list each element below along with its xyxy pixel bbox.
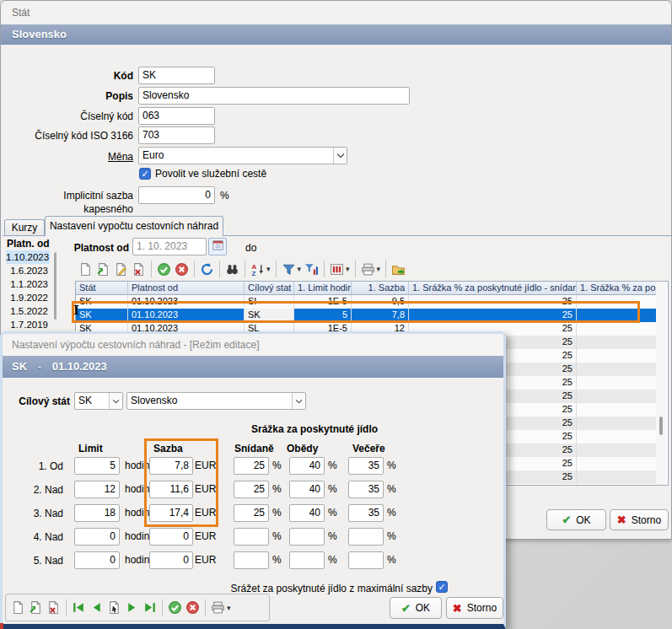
dropdown-arrow-icon[interactable]: ▾	[377, 265, 381, 273]
tab-kurzy[interactable]: Kurzy	[4, 219, 45, 236]
print-button[interactable]: ▾	[359, 260, 383, 278]
calendar-icon	[212, 239, 224, 255]
copy-document-button[interactable]	[27, 599, 45, 617]
limit-input[interactable]: 0	[74, 528, 120, 546]
table-scrollbar-thumb[interactable]	[659, 417, 663, 435]
dropdown-arrow-icon[interactable]: ▾	[266, 265, 271, 273]
window-titlebar: Stát	[1, 1, 671, 24]
obedy-input[interactable]	[289, 551, 325, 569]
srazet-checkbox[interactable]: ✓	[436, 581, 448, 593]
nav-first-button[interactable]	[70, 599, 88, 617]
dialog-storno-label: Storno	[467, 602, 497, 614]
export-folder-button[interactable]	[390, 260, 407, 278]
limit-input[interactable]: 12	[74, 481, 120, 498]
date-list-item[interactable]: 1.6.2023	[6, 264, 50, 277]
chevron-down-icon[interactable]	[333, 148, 347, 164]
popis-input[interactable]: Slovensko	[138, 87, 410, 105]
new-document-button[interactable]	[9, 599, 27, 617]
snidane-input[interactable]	[234, 528, 269, 546]
mena-combobox[interactable]: Euro	[138, 147, 347, 164]
refresh-button[interactable]	[198, 260, 216, 278]
sazba-input[interactable]: 0	[149, 528, 193, 546]
nav-prev-button[interactable]	[88, 599, 105, 617]
annotation-selected-row	[72, 301, 640, 323]
table-header-row[interactable]: StátPlatnost odCílový stat1. Limit hodin…	[76, 282, 668, 295]
snidane-input[interactable]	[234, 551, 269, 569]
main-ok-button[interactable]: ✔OK	[546, 509, 606, 530]
search-binoculars-button[interactable]	[223, 260, 241, 278]
dialog-ok-button[interactable]: ✔OK	[390, 597, 442, 619]
chevron-down-icon[interactable]	[292, 393, 305, 409]
nav-last-button[interactable]	[141, 599, 159, 617]
obedy-input[interactable]	[289, 528, 325, 546]
iso-kod-input[interactable]: 703	[138, 126, 215, 144]
chevron-down-icon[interactable]	[109, 393, 122, 409]
new-document-button[interactable]	[77, 260, 94, 278]
limit-input[interactable]: 5	[74, 457, 120, 475]
import-document-icon	[96, 262, 110, 277]
date-list-item[interactable]: 1.1.2023	[6, 277, 50, 291]
accept-button[interactable]	[155, 260, 173, 278]
dialog-toolbar: ▾	[9, 598, 233, 618]
columns-button[interactable]: ▾	[328, 260, 352, 278]
dropdown-arrow-icon[interactable]: ▾	[227, 604, 231, 612]
ciselny-kod-input[interactable]: 063	[138, 107, 215, 125]
refresh-icon	[200, 262, 214, 277]
browse-list-button[interactable]	[105, 599, 123, 617]
cancel-button[interactable]	[184, 599, 202, 617]
cilovy-stat-name-combobox[interactable]: Slovensko	[126, 392, 306, 410]
main-storno-button[interactable]: ✖Storno	[610, 509, 669, 530]
vecere-column-header: Večeře	[352, 443, 385, 455]
vecere-input[interactable]: 35	[348, 457, 384, 475]
limit-input[interactable]: 18	[74, 504, 120, 522]
nav-next-button[interactable]	[123, 599, 141, 617]
date-list-item[interactable]: 1.7.2019	[6, 318, 50, 331]
cilovy-stat-code-combobox[interactable]: SK	[74, 392, 123, 410]
print-button[interactable]: ▾	[209, 599, 233, 617]
dropdown-arrow-icon[interactable]: ▾	[298, 265, 302, 273]
date-list-item[interactable]: 1.9.2022	[6, 291, 50, 304]
calendar-button[interactable]	[208, 238, 227, 255]
vecere-input[interactable]: 35	[348, 481, 384, 498]
delete-document-button[interactable]	[130, 260, 148, 278]
dialog-storno-button[interactable]: ✖Storno	[446, 597, 503, 619]
platnost-od-input[interactable]: 1. 10. 2023	[132, 238, 207, 255]
snidane-input[interactable]: 25	[234, 457, 269, 475]
delete-document-button[interactable]	[45, 599, 62, 617]
date-list-item[interactable]: 1.5.2022	[6, 304, 50, 318]
limit-input[interactable]: 0	[74, 551, 120, 569]
kapesne-input[interactable]: 0	[138, 186, 215, 204]
table-scrollbar-track[interactable]	[656, 282, 666, 485]
mena-label[interactable]: Měna	[18, 150, 133, 164]
record-header: Slovensko	[1, 24, 671, 45]
obedy-input[interactable]: 40	[289, 504, 325, 522]
toolbar-separator	[324, 261, 325, 277]
table-header-row[interactable]: StátPlatnost odCílový stat1. Limit hodin…	[76, 282, 668, 295]
print-icon	[211, 600, 225, 615]
sort-az-button[interactable]: AZ▾	[249, 260, 272, 278]
dropdown-arrow-icon[interactable]: ▾	[346, 265, 350, 273]
sazba-input[interactable]: 0	[149, 551, 193, 569]
x-icon: ✖	[617, 513, 626, 526]
snidane-input[interactable]: 25	[234, 481, 269, 498]
percent-unit: %	[272, 554, 282, 567]
obedy-input[interactable]: 40	[289, 457, 325, 475]
filter-button[interactable]: ▾	[280, 260, 304, 278]
vecere-input[interactable]: 35	[348, 504, 384, 522]
import-document-button[interactable]	[94, 260, 112, 278]
date-list-scrollbar[interactable]	[54, 252, 56, 320]
accept-button[interactable]	[166, 599, 184, 617]
cancel-button[interactable]	[173, 260, 191, 278]
vecere-input[interactable]	[348, 528, 384, 546]
obedy-input[interactable]: 40	[289, 481, 325, 498]
vecere-input[interactable]	[348, 551, 384, 569]
povolit-checkbox[interactable]: ✓	[139, 168, 151, 180]
filter-chart-button[interactable]	[303, 260, 320, 278]
povolit-label: Povolit ve služební cestě	[155, 167, 266, 180]
tab-nastaveni-nahrad[interactable]: Nastavení vypočtu cestovních náhrad	[45, 216, 223, 236]
snidane-input[interactable]: 25	[234, 504, 269, 522]
svg-text:Z: Z	[252, 269, 256, 276]
edit-document-button[interactable]	[112, 260, 130, 278]
cilovy-stat-code: SK	[75, 393, 109, 409]
kod-input[interactable]: SK	[138, 67, 215, 84]
